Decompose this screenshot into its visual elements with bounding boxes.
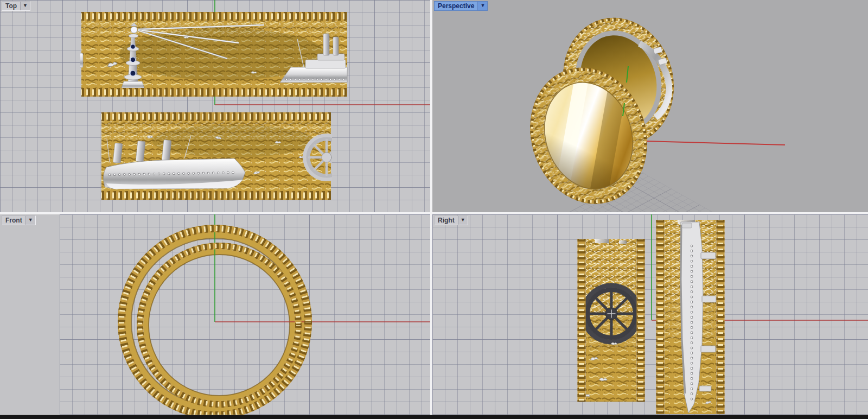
chevron-down-icon[interactable]: ▼ — [458, 216, 468, 225]
seagull — [184, 36, 189, 38]
rope-circle-inner[interactable] — [140, 246, 298, 404]
sapphire-gem — [131, 45, 135, 49]
seagull — [611, 342, 617, 345]
seagull — [275, 141, 281, 143]
chevron-down-icon[interactable]: ▼ — [20, 2, 30, 10]
diamond-lantern — [131, 27, 137, 33]
viewport-title-perspective: Perspective — [435, 2, 477, 10]
rhino-4-viewport-workspace: Top ▼ — [0, 0, 868, 419]
ship-wheel-dark[interactable] — [583, 285, 640, 342]
viewport-perspective[interactable]: Perspective ▼ — [432, 0, 868, 212]
scene-perspective — [432, 0, 868, 212]
chevron-down-icon[interactable]: ▼ — [25, 216, 35, 225]
small-fitting — [79, 53, 83, 67]
viewport-tab-right[interactable]: Right ▼ — [434, 215, 468, 225]
viewport-title-right: Right — [435, 216, 458, 225]
ring-band-ship-side[interactable] — [660, 220, 720, 414]
viewport-front[interactable]: Front ▼ — [0, 214, 430, 415]
scene-top — [0, 0, 430, 212]
viewport-title-top: Top — [2, 2, 20, 10]
axis-x-perspective — [645, 141, 785, 145]
viewport-tab-top[interactable]: Top ▼ — [2, 1, 30, 11]
ring-band-lighthouse[interactable] — [79, 16, 347, 92]
sapphire-gem — [130, 57, 135, 62]
scene-right — [432, 214, 868, 415]
viewport-title-front: Front — [2, 216, 25, 225]
scene-front — [0, 214, 430, 415]
ship-wheel-silver[interactable] — [305, 136, 348, 179]
viewport-tab-front[interactable]: Front ▼ — [2, 215, 36, 225]
sapphire-gem — [130, 71, 136, 76]
seagull — [147, 136, 153, 138]
viewport-right[interactable]: Right ▼ — [432, 214, 868, 415]
viewport-tab-perspective[interactable]: Perspective ▼ — [434, 1, 488, 11]
seagull — [599, 378, 607, 381]
ring-band-ship[interactable] — [101, 117, 348, 195]
ring-band-wheel-side[interactable] — [582, 239, 641, 402]
chevron-down-icon[interactable]: ▼ — [477, 2, 487, 10]
bottom-bar — [0, 415, 868, 419]
viewport-top[interactable]: Top ▼ — [0, 0, 430, 212]
seagull — [251, 72, 257, 74]
